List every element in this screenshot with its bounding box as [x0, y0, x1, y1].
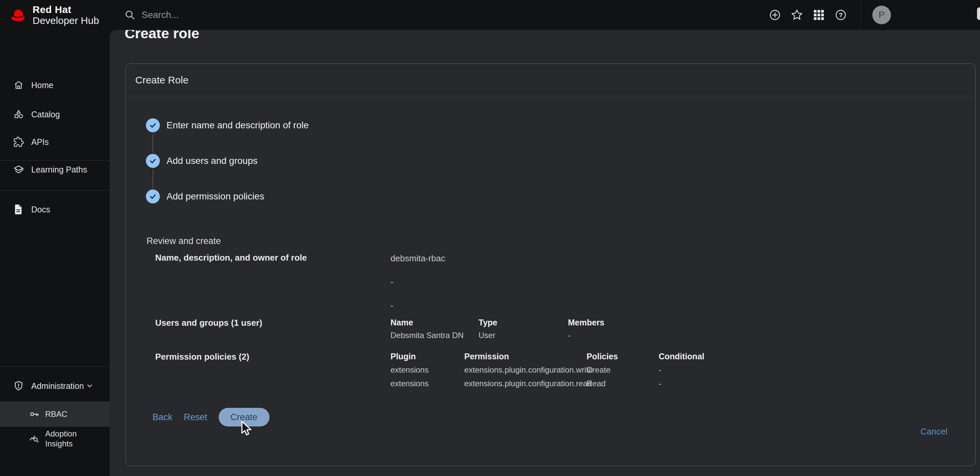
home-icon: [13, 80, 24, 91]
perms-cell: extensions: [390, 379, 464, 393]
topbar-actions: ? P: [768, 0, 891, 30]
create-role-card: Create Role Enter name and description o…: [126, 64, 976, 466]
search-input[interactable]: [142, 10, 348, 20]
sidebar-item-label: RBAC: [45, 409, 67, 419]
step-check-icon: [146, 189, 160, 204]
apps-grid-icon[interactable]: [812, 8, 826, 22]
perms-col-header: Plugin: [390, 352, 464, 365]
sidebar-item-label: Home: [31, 80, 54, 90]
name-section-label: Name, description, and owner of role: [155, 253, 307, 263]
users-cell: Debsmita Santra DN: [390, 331, 479, 344]
card-header: Create Role: [126, 64, 975, 96]
perms-col-header: Conditional: [659, 352, 745, 365]
help-icon[interactable]: ?: [834, 8, 847, 22]
svg-text:?: ?: [839, 12, 843, 19]
permissions-section-label: Permission policies (2): [155, 352, 249, 362]
brand-product: Developer Hub: [33, 15, 99, 26]
sidebar-divider: [0, 160, 110, 161]
page-title: Create role: [125, 30, 199, 42]
key-icon: [29, 409, 39, 419]
brand-name: Red Hat: [33, 4, 99, 15]
top-bar: Red Hat Developer Hub: [0, 0, 980, 30]
users-cell: User: [479, 331, 568, 344]
star-icon[interactable]: [790, 8, 803, 22]
catalog-icon: [13, 109, 24, 119]
sidebar-divider: [0, 190, 110, 191]
role-name-value: debsmita-rbac: [390, 253, 445, 264]
sidebar-nav: Home Catalog APIs Learning Paths: [0, 30, 110, 476]
sidebar-item-label: Docs: [31, 205, 50, 214]
mouse-cursor: [240, 421, 255, 436]
user-avatar[interactable]: P: [872, 6, 891, 24]
sidebar-item-docs[interactable]: Docs: [0, 200, 110, 219]
perms-cell: Create: [587, 365, 659, 379]
sidebar-item-label: Adoption Insights: [45, 429, 87, 449]
sidebar-item-label: Learning Paths: [31, 165, 87, 175]
search-icon: [124, 9, 135, 21]
sidebar-item-home[interactable]: Home: [0, 76, 110, 94]
role-description-value: -: [390, 276, 445, 288]
scrollbar-thumb[interactable]: [977, 7, 980, 20]
global-search: [124, 0, 348, 30]
docs-icon: [13, 204, 24, 215]
users-col-header: Name: [390, 318, 479, 331]
perms-cell: Read: [587, 379, 659, 393]
chevron-down-icon: [85, 381, 94, 390]
apis-icon: [13, 137, 24, 147]
review-title: Review and create: [146, 236, 221, 246]
reset-button[interactable]: Reset: [184, 412, 207, 422]
step-label: Add users and groups: [167, 156, 258, 166]
sidebar-item-administration[interactable]: Administration: [0, 377, 110, 395]
users-section-label: Users and groups (1 user): [155, 318, 262, 328]
role-owner-value: -: [390, 300, 445, 311]
perms-cell: -: [659, 365, 745, 379]
redhat-logo[interactable]: Red Hat Developer Hub: [9, 4, 99, 26]
step-check-icon: [146, 154, 160, 168]
step-add-users: Add users and groups: [146, 154, 258, 168]
sidebar-item-label: APIs: [31, 137, 49, 147]
step-enter-name: Enter name and description of role: [146, 118, 309, 133]
perms-col-header: Permission: [464, 352, 587, 365]
permissions-table: Plugin Permission Policies Conditional e…: [390, 352, 745, 393]
redhat-fedora-icon: [9, 8, 28, 22]
sidebar-item-label: Administration: [31, 381, 84, 391]
name-section-values: debsmita-rbac - -: [390, 253, 445, 323]
topbar-divider: [861, 0, 861, 30]
shield-admin-icon: [13, 380, 24, 391]
perms-cell: extensions.plugin.configuration.write: [464, 365, 587, 379]
sidebar-item-apis[interactable]: APIs: [0, 133, 110, 151]
users-col-header: Members: [568, 318, 641, 331]
users-col-header: Type: [479, 318, 568, 331]
step-connector: [153, 170, 153, 188]
step-check-icon: [146, 118, 160, 132]
cancel-link[interactable]: Cancel: [921, 427, 947, 437]
main-content: Create role Create Role Enter name and d…: [110, 30, 980, 476]
perms-cell: extensions.plugin.configuration.read: [464, 379, 587, 393]
perms-col-header: Policies: [587, 352, 659, 365]
back-button[interactable]: Back: [153, 412, 172, 422]
sidebar-item-adoption-insights[interactable]: Adoption Insights: [0, 426, 110, 451]
step-add-permissions: Add permission policies: [146, 189, 264, 204]
users-cell: -: [568, 331, 641, 344]
plus-circle-icon[interactable]: [768, 8, 782, 22]
perms-cell: extensions: [390, 365, 464, 379]
card-title: Create Role: [135, 75, 188, 86]
step-connector: [153, 134, 153, 153]
sidebar-item-rbac[interactable]: RBAC: [0, 401, 110, 427]
sidebar-divider: [0, 366, 110, 367]
sidebar-item-learning-paths[interactable]: Learning Paths: [0, 160, 110, 179]
perms-cell: -: [659, 379, 745, 393]
users-table: Name Type Members Debsmita Santra DN Use…: [390, 318, 641, 344]
step-label: Enter name and description of role: [167, 120, 309, 131]
step-label: Add permission policies: [167, 191, 264, 202]
insights-icon: [29, 434, 39, 444]
learning-paths-icon: [13, 164, 24, 175]
sidebar-item-label: Catalog: [31, 110, 60, 119]
sidebar-item-catalog[interactable]: Catalog: [0, 105, 110, 124]
